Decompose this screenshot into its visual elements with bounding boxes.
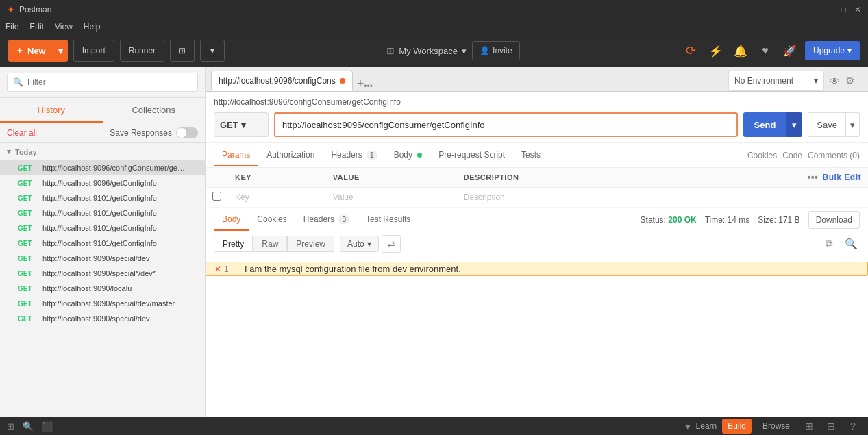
- build-button[interactable]: Build: [722, 419, 752, 434]
- runner-button[interactable]: Runner: [120, 40, 164, 62]
- env-settings-button[interactable]: ⚙: [845, 75, 854, 87]
- method-badge: GET: [18, 179, 37, 187]
- more-tabs-button[interactable]: •••: [364, 82, 373, 91]
- params-table: KEY VALUE DESCRIPTION ••• Bulk Edit: [206, 168, 868, 208]
- cookies-action-button[interactable]: Cookies: [747, 151, 777, 160]
- save-button[interactable]: Save: [808, 112, 846, 137]
- lightning-button[interactable]: ⚡: [706, 41, 726, 60]
- title-bar: ✦ Postman ─ □ ✕: [0, 0, 868, 19]
- send-button[interactable]: Send: [743, 112, 787, 137]
- auto-format-button[interactable]: Auto ▾: [340, 236, 379, 252]
- list-item[interactable]: GET http://localhost:9090/special*/dev*: [0, 266, 205, 281]
- layout-button[interactable]: ⊞: [170, 40, 195, 62]
- resp-tab-cookies[interactable]: Cookies: [249, 209, 295, 231]
- status-search-button[interactable]: 🔍: [23, 421, 34, 432]
- tab-collections[interactable]: Collections: [103, 98, 206, 123]
- tab-params[interactable]: Params: [214, 145, 258, 166]
- rocket-button[interactable]: 🚀: [780, 41, 799, 60]
- list-item[interactable]: GET http://localhost:9101/getConfigInfo: [0, 236, 205, 251]
- import-button[interactable]: Import: [73, 40, 114, 62]
- invite-button[interactable]: 👤 Invite: [472, 41, 520, 60]
- env-eye-button[interactable]: 👁: [830, 75, 840, 87]
- more-options-button[interactable]: •••: [807, 172, 818, 183]
- list-item[interactable]: GET http://localhost:9090/special/dev/ma…: [0, 296, 205, 311]
- download-button[interactable]: Download: [808, 211, 860, 229]
- send-dropdown-button[interactable]: ▾: [786, 112, 802, 137]
- menu-help[interactable]: Help: [84, 22, 101, 32]
- view-raw[interactable]: Raw: [253, 236, 287, 252]
- sidebar-tabs: History Collections: [0, 98, 205, 123]
- search-response-button[interactable]: 🔍: [842, 235, 860, 253]
- app-icon: ✦: [7, 4, 15, 15]
- grid-view-button[interactable]: ⊞: [801, 419, 817, 434]
- maximize-button[interactable]: □: [841, 5, 846, 14]
- tab-body[interactable]: Body: [386, 145, 431, 166]
- list-item[interactable]: GET http://localhost:9090/special/dev: [0, 251, 205, 266]
- help-button[interactable]: ?: [845, 419, 861, 434]
- resp-tab-test-results[interactable]: Test Results: [358, 209, 419, 231]
- breadcrumb: http://localhost:9096/configConsumer/get…: [214, 97, 860, 107]
- view-preview[interactable]: Preview: [287, 236, 334, 252]
- view-pretty[interactable]: Pretty: [214, 236, 253, 252]
- list-item[interactable]: GET http://localhost:9096/getConfigInfo: [0, 175, 205, 190]
- menu-view[interactable]: View: [55, 22, 73, 32]
- code-action-button[interactable]: Code: [782, 151, 802, 160]
- status-value: 200 OK: [668, 215, 696, 225]
- auto-select: Auto ▾: [340, 236, 379, 252]
- list-item[interactable]: GET http://localhost:9101/getConfigInfo: [0, 206, 205, 221]
- list-item[interactable]: GET http://localhost:9101/getConfigInfo: [0, 190, 205, 206]
- workspace-button[interactable]: ⊞ My Workspace ▾: [386, 45, 467, 56]
- tab-tests[interactable]: Tests: [513, 145, 549, 166]
- url-input[interactable]: [274, 112, 738, 137]
- heart-button[interactable]: ♥: [756, 41, 775, 60]
- headers-count-badge: 1: [367, 151, 377, 160]
- tab-request[interactable]: http://localhost:9096/configCons: [211, 71, 353, 91]
- row-checkbox[interactable]: [206, 188, 228, 208]
- status-layout-button[interactable]: ⊞: [7, 421, 14, 432]
- value-cell[interactable]: Value: [326, 188, 457, 208]
- param-checkbox[interactable]: [212, 192, 221, 201]
- layout-arrow-button[interactable]: ▾: [200, 40, 225, 62]
- add-tab-button[interactable]: +: [357, 77, 364, 91]
- new-label: New: [27, 46, 46, 56]
- tab-pre-request[interactable]: Pre-request Script: [430, 145, 513, 166]
- copy-button[interactable]: ⧉: [820, 235, 838, 253]
- bulk-edit-button[interactable]: Bulk Edit: [822, 173, 861, 182]
- new-dropdown-arrow[interactable]: ▾: [53, 46, 68, 56]
- list-item[interactable]: GET http://localhost:9101/getConfigInfo: [0, 221, 205, 236]
- browse-button[interactable]: Browse: [757, 419, 795, 434]
- today-group-header[interactable]: ▾ Today: [0, 143, 205, 160]
- tab-authorization[interactable]: Authorization: [258, 145, 323, 166]
- minimize-button[interactable]: ─: [827, 5, 833, 14]
- save-dropdown-button[interactable]: ▾: [846, 112, 860, 137]
- resp-tab-headers[interactable]: Headers 3: [295, 209, 358, 231]
- comments-action-button[interactable]: Comments (0): [808, 151, 860, 160]
- upgrade-button[interactable]: Upgrade ▾: [805, 41, 860, 60]
- method-select[interactable]: GET ▾: [214, 112, 269, 137]
- status-terminal-button[interactable]: ⬛: [42, 421, 53, 432]
- key-cell[interactable]: Key: [228, 188, 326, 208]
- list-item[interactable]: GET http://localhost:9096/configConsumer…: [0, 160, 205, 175]
- size-label: Size: 171 B: [758, 215, 799, 225]
- env-dropdown[interactable]: No Environment ▾: [728, 71, 824, 91]
- history-url: http://localhost:9101/getConfigInfo: [42, 224, 157, 232]
- close-button[interactable]: ✕: [854, 5, 861, 14]
- notification-button[interactable]: 🔔: [731, 41, 750, 60]
- status-heart-button[interactable]: ♥: [685, 421, 691, 432]
- sync-button[interactable]: ⟳: [682, 41, 701, 60]
- menu-edit[interactable]: Edit: [29, 22, 44, 32]
- tab-headers[interactable]: Headers 1: [323, 145, 385, 166]
- resp-tab-body[interactable]: Body: [214, 209, 249, 231]
- status-bar-right: ♥ Learn Build Browse ⊞ ⊟ ?: [685, 419, 861, 434]
- search-input[interactable]: [27, 77, 192, 87]
- menu-file[interactable]: File: [5, 22, 18, 32]
- list-item[interactable]: GET http://localhost:9090/localu: [0, 281, 205, 296]
- new-button[interactable]: ＋ New ▾: [8, 40, 68, 62]
- save-responses-switch[interactable]: [176, 127, 198, 138]
- clear-all-button[interactable]: Clear all: [7, 128, 37, 138]
- tab-history[interactable]: History: [0, 98, 103, 123]
- description-cell[interactable]: Description: [457, 188, 868, 208]
- list-item[interactable]: GET http://localhost:9090/special/dev: [0, 311, 205, 326]
- wrap-button[interactable]: ⇄: [382, 235, 401, 253]
- split-view-button[interactable]: ⊟: [823, 419, 839, 434]
